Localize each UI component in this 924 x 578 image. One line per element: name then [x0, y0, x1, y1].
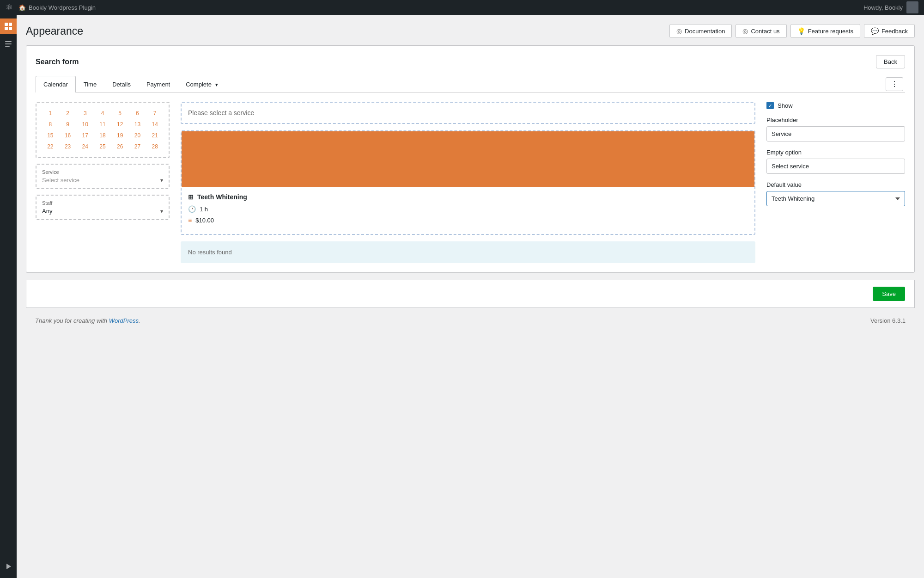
doc-icon: ◎ — [676, 27, 682, 35]
show-label: Show — [778, 102, 793, 109]
placeholder-section: Placeholder — [766, 117, 905, 141]
staff-chevron-icon: ▾ — [160, 208, 163, 215]
calendar-widget: 1234567891011121314151617181920212223242… — [36, 102, 170, 158]
tabs-right: ⋮ — [886, 77, 905, 91]
header-buttons: ◎ Documentation ◎ Contact us 💡 Feature r… — [669, 24, 915, 38]
placeholder-label: Placeholder — [766, 117, 905, 123]
default-value-label: Default value — [766, 181, 905, 188]
tab-more-chevron: ▾ — [215, 82, 218, 87]
calendar-day[interactable]: 5 — [112, 108, 128, 118]
main-content: 1234567891011121314151617181920212223242… — [36, 92, 905, 263]
placeholder-input[interactable] — [766, 126, 905, 141]
calendar-day[interactable]: 3 — [77, 108, 93, 118]
tab-complete[interactable]: Complete ▾ — [178, 76, 225, 92]
back-button[interactable]: Back — [876, 55, 905, 68]
documentation-button[interactable]: ◎ Documentation — [669, 24, 732, 38]
feature-icon: 💡 — [797, 27, 805, 35]
service-card-image — [182, 131, 754, 187]
service-card-price: ≡ $10.00 — [188, 216, 748, 224]
empty-option-label: Empty option — [766, 149, 905, 156]
svg-rect-6 — [5, 46, 10, 47]
wp-logo-icon: ⚛ — [6, 2, 13, 12]
calendar-day[interactable]: 21 — [146, 130, 163, 141]
card-header: Search form Back — [36, 55, 905, 68]
svg-rect-0 — [5, 23, 8, 26]
feature-requests-button[interactable]: 💡 Feature requests — [790, 24, 860, 38]
sidebar-icon-posts[interactable] — [0, 36, 17, 52]
admin-bar: ⚛ 🏠 Bookly Wordpress Plugin Howdy, Bookl… — [0, 0, 924, 15]
calendar-day[interactable]: 20 — [129, 130, 146, 141]
footer-text: Thank you for creating with WordPress. — [35, 317, 140, 324]
calendar-day[interactable]: 6 — [129, 108, 146, 118]
service-card: ⊞ Teeth Whitening 🕐 1 h ≡ $10.00 — [181, 130, 755, 235]
calendar-day[interactable]: 10 — [77, 119, 93, 129]
svg-rect-5 — [5, 43, 12, 44]
tab-time[interactable]: Time — [76, 76, 104, 92]
calendar-day[interactable]: 19 — [112, 130, 128, 141]
svg-rect-4 — [5, 41, 12, 42]
show-row: ✓ Show — [766, 102, 905, 109]
search-form-card: Search form Back Calendar Time Details P… — [26, 45, 915, 273]
show-checkbox[interactable]: ✓ — [766, 102, 774, 109]
default-value-section: Default value Teeth Whitening — [766, 181, 905, 206]
settings-panel: ✓ Show Placeholder Empty option — [766, 102, 905, 263]
tab-payment[interactable]: Payment — [139, 76, 178, 92]
service-widget-label: Service — [42, 169, 163, 175]
calendar-day[interactable]: 11 — [94, 119, 111, 129]
calendar-day[interactable]: 26 — [112, 141, 128, 152]
save-area: Save — [26, 280, 915, 308]
calendar-day[interactable]: 2 — [60, 108, 76, 118]
calendar-day[interactable]: 27 — [129, 141, 146, 152]
calendar-day[interactable]: 14 — [146, 119, 163, 129]
calendar-day[interactable]: 25 — [94, 141, 111, 152]
calendar-day[interactable]: 22 — [42, 141, 59, 152]
calendar-day[interactable]: 23 — [60, 141, 76, 152]
calendar-day[interactable]: 18 — [94, 130, 111, 141]
preview-panel: 1234567891011121314151617181920212223242… — [36, 102, 170, 263]
version-text: Version 6.3.1 — [870, 317, 906, 324]
svg-marker-7 — [6, 564, 11, 569]
calendar-day[interactable]: 15 — [42, 130, 59, 141]
save-button[interactable]: Save — [873, 287, 905, 301]
calendar-day[interactable]: 12 — [112, 119, 128, 129]
tab-calendar[interactable]: Calendar — [36, 76, 76, 92]
staff-widget-label: Staff — [42, 200, 163, 206]
calendar-day[interactable]: 16 — [60, 130, 76, 141]
calendar-day[interactable]: 13 — [129, 119, 146, 129]
wordpress-link[interactable]: WordPress — [109, 317, 139, 324]
card-title: Search form — [36, 58, 79, 66]
service-chevron-icon: ▾ — [160, 177, 163, 184]
staff-widget-select[interactable]: Any ▾ — [42, 208, 163, 215]
page-title: Appearance — [26, 25, 669, 37]
tab-kebab-menu[interactable]: ⋮ — [886, 77, 903, 91]
calendar-day[interactable]: 28 — [146, 141, 163, 152]
empty-option-section: Empty option — [766, 149, 905, 174]
calendar-day[interactable]: 24 — [77, 141, 93, 152]
calendar-day[interactable]: 7 — [146, 108, 163, 118]
sidebar-icon-media[interactable] — [0, 559, 17, 574]
calendar-day[interactable]: 17 — [77, 130, 93, 141]
price-icon: ≡ — [188, 216, 192, 224]
calendar-day[interactable]: 8 — [42, 119, 59, 129]
feedback-button[interactable]: 💬 Feedback — [864, 24, 915, 38]
service-preview-panel: Please select a service ⊞ Teeth Whitenin… — [181, 102, 755, 263]
calendar-day[interactable]: 1 — [42, 108, 59, 118]
tabs-row: Calendar Time Details Payment Complete ▾… — [36, 76, 905, 92]
home-icon: 🏠 — [18, 4, 26, 11]
default-value-select[interactable]: Teeth Whitening — [766, 191, 905, 206]
please-select-box: Please select a service — [181, 102, 755, 124]
user-avatar — [906, 1, 918, 13]
calendar-grid: 1234567891011121314151617181920212223242… — [42, 108, 163, 152]
service-card-body: ⊞ Teeth Whitening 🕐 1 h ≡ $10.00 — [182, 187, 754, 234]
sidebar-icon-dashboard[interactable] — [0, 18, 17, 34]
calendar-day[interactable]: 9 — [60, 119, 76, 129]
service-dropdown-widget[interactable]: Service Select service ▾ — [36, 164, 170, 189]
no-results-box: No results found — [181, 241, 755, 263]
contact-us-button[interactable]: ◎ Contact us — [736, 24, 786, 38]
calendar-day[interactable]: 4 — [94, 108, 111, 118]
service-widget-select[interactable]: Select service ▾ — [42, 177, 163, 184]
svg-rect-2 — [5, 27, 8, 30]
tab-details[interactable]: Details — [104, 76, 139, 92]
staff-dropdown-widget[interactable]: Staff Any ▾ — [36, 195, 170, 220]
empty-option-input[interactable] — [766, 159, 905, 174]
